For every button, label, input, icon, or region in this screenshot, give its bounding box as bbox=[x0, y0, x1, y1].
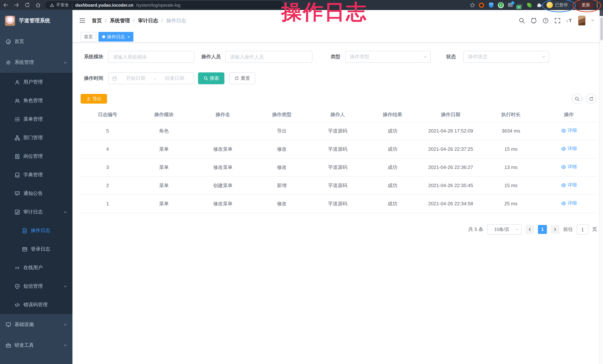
scrollbar-thumb[interactable] bbox=[600, 17, 603, 41]
profile-paused-chip[interactable]: 已暂停 bbox=[545, 1, 572, 9]
search-icon bbox=[575, 96, 580, 101]
next-page-button[interactable] bbox=[551, 225, 559, 234]
toggle-search-button[interactable] bbox=[572, 94, 582, 104]
page-number-active[interactable]: 1 bbox=[538, 225, 547, 234]
sidebar-item-label: 审计日志 bbox=[23, 209, 43, 215]
font-size-icon[interactable]: tT bbox=[566, 17, 573, 24]
cell-result: 成功 bbox=[365, 158, 420, 176]
status-select[interactable]: 操作状态 bbox=[463, 51, 549, 63]
scrollbar-cap bbox=[600, 10, 603, 16]
chevron-up-icon bbox=[63, 210, 67, 214]
extension-icon-leaf[interactable] bbox=[526, 2, 533, 8]
dashboard-icon bbox=[6, 39, 11, 44]
detail-link[interactable]: 详细 bbox=[561, 182, 577, 188]
sidebar-item-audit[interactable]: 审计日志 bbox=[0, 203, 72, 221]
sidebar-item-operate-log[interactable]: 操作日志 bbox=[0, 221, 72, 240]
cell-result: 成功 bbox=[365, 195, 420, 213]
operator-input[interactable] bbox=[225, 51, 313, 63]
address-bar[interactable]: 不安全 | dashboard.yudao.iocoder.cn/system/… bbox=[45, 1, 283, 9]
tag-operate-log[interactable]: 操作日志 × bbox=[98, 32, 134, 42]
help-icon[interactable]: ? bbox=[543, 17, 549, 24]
date-range-picker[interactable]: 开始日期 - 结束日期 bbox=[108, 72, 194, 84]
detail-link[interactable]: 详细 bbox=[561, 128, 577, 134]
sidebar-fold-icon[interactable] bbox=[79, 17, 85, 24]
prev-page-button[interactable] bbox=[525, 225, 534, 234]
home-icon[interactable] bbox=[35, 2, 41, 8]
sidebar-item-dev-tools[interactable]: 研发工具 bbox=[0, 335, 72, 356]
sidebar-item-infra[interactable]: 基础设施 bbox=[0, 314, 72, 335]
page-size-select[interactable]: 10条/页 bbox=[487, 224, 522, 235]
operator-input-field[interactable] bbox=[226, 51, 312, 62]
module-input[interactable] bbox=[108, 51, 194, 63]
type-select[interactable]: 操作类型 bbox=[345, 51, 431, 63]
export-button[interactable]: 导出 bbox=[81, 94, 107, 104]
sidebar-item-role[interactable]: 角色管理 bbox=[0, 91, 72, 110]
column-header: 操作人 bbox=[311, 108, 365, 122]
reset-button[interactable]: 重置 bbox=[229, 72, 255, 84]
sidebar-item-system[interactable]: 系统管理 bbox=[0, 52, 72, 73]
search-button[interactable]: 搜索 bbox=[198, 72, 224, 84]
refresh-table-button[interactable] bbox=[586, 94, 596, 104]
fullscreen-icon[interactable] bbox=[554, 17, 561, 24]
cell-date: 2021-04-26 22:35:45 bbox=[420, 176, 481, 195]
chevron-down-icon bbox=[63, 322, 67, 327]
column-header: 操作日期 bbox=[420, 108, 481, 122]
sidebar-item-post[interactable]: 岗位管理 bbox=[0, 147, 72, 165]
sidebar-item-home[interactable]: 首页 bbox=[0, 31, 72, 52]
search-icon[interactable] bbox=[519, 17, 525, 24]
detail-link[interactable]: 详细 bbox=[561, 164, 577, 170]
cell-action: 详细 bbox=[541, 122, 597, 140]
sidebar-item-user[interactable]: 用户管理 bbox=[0, 73, 72, 91]
goto-page-input[interactable] bbox=[577, 224, 589, 235]
org-tree-icon bbox=[14, 135, 20, 141]
table-row: 1菜单修改菜单修改芋道源码成功2021-04-26 22:34:5825 ms详… bbox=[80, 195, 597, 213]
cell-date: 2021-04-28 17:52:09 bbox=[420, 122, 481, 140]
sidebar-item-notice[interactable]: 通知公告 bbox=[0, 184, 72, 203]
sidebar-item-label: 基础设施 bbox=[14, 321, 34, 328]
cell-id: 1 bbox=[80, 195, 135, 213]
sidebar-item-label: 岗位管理 bbox=[23, 153, 43, 160]
detail-link[interactable]: 详细 bbox=[561, 146, 577, 152]
extension-icon-grid[interactable] bbox=[507, 2, 513, 8]
sidebar-item-label: 用户管理 bbox=[23, 79, 43, 85]
sidebar-item-dept[interactable]: 部门管理 bbox=[0, 128, 72, 147]
module-input-field[interactable] bbox=[108, 51, 194, 62]
page-scrollbar[interactable] bbox=[599, 10, 603, 364]
breadcrumb-item[interactable]: 系统管理 bbox=[110, 17, 130, 24]
breadcrumb-item[interactable]: 审计日志 bbox=[138, 17, 158, 24]
github-icon[interactable] bbox=[531, 17, 537, 24]
breadcrumb-item[interactable]: 首页 bbox=[92, 17, 102, 24]
browser-actions: y on 已暂停 更新 bbox=[470, 0, 600, 10]
cell-result: 成功 bbox=[365, 122, 420, 140]
tag-home[interactable]: 首页 bbox=[81, 32, 96, 42]
table-row: 5角色导出芋道源码成功2021-04-28 17:52:093634 ms详细 bbox=[80, 122, 597, 140]
sidebar-item-sms[interactable]: 短信管理 bbox=[0, 277, 72, 296]
app-logo[interactable]: 芋道管理系统 bbox=[0, 10, 72, 31]
sidebar-item-online-users[interactable]: 在线用户 bbox=[0, 258, 72, 277]
bookmark-star-icon[interactable] bbox=[470, 2, 475, 8]
update-button[interactable]: 更新 bbox=[578, 1, 594, 9]
extension-icon-green-y[interactable]: y bbox=[498, 2, 504, 8]
sidebar-item-error-code[interactable]: 错误码管理 bbox=[0, 296, 72, 314]
column-header: 操作结果 bbox=[365, 108, 420, 122]
extension-icon-blue[interactable] bbox=[488, 2, 495, 8]
pagination: 共 5 条 10条/页 1 前往 页 bbox=[468, 224, 597, 235]
cell-operator: 芋道源码 bbox=[311, 140, 365, 158]
extension-icon-on-badge[interactable]: on bbox=[517, 2, 523, 8]
extension-icon-orange[interactable] bbox=[478, 2, 485, 8]
reload-icon[interactable] bbox=[24, 2, 30, 8]
back-icon[interactable] bbox=[3, 2, 9, 8]
chevron-up-icon bbox=[63, 60, 67, 64]
detail-link[interactable]: 详细 bbox=[561, 200, 577, 207]
forward-icon[interactable] bbox=[14, 2, 19, 8]
extensions-puzzle-icon[interactable] bbox=[536, 2, 542, 8]
tag-close-icon[interactable]: × bbox=[128, 34, 130, 39]
sidebar-item-login-log[interactable]: 登录日志 bbox=[0, 240, 72, 258]
security-indicator[interactable]: 不安全 bbox=[50, 2, 69, 8]
eye-icon bbox=[561, 128, 566, 133]
sidebar-item-menu[interactable]: 菜单管理 bbox=[0, 110, 72, 128]
browser-menu-icon[interactable] bbox=[597, 3, 598, 7]
user-avatar[interactable] bbox=[578, 16, 586, 26]
sidebar-item-dict[interactable]: 字典管理 bbox=[0, 165, 72, 184]
caret-down-icon[interactable] bbox=[591, 20, 594, 22]
